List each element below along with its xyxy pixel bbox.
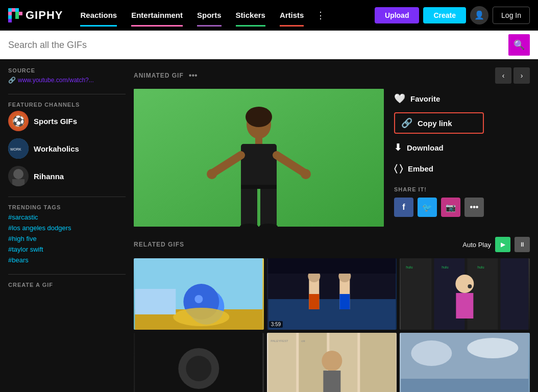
nav-more-dots[interactable]: ⋮	[311, 7, 330, 24]
twitter-share-button[interactable]: 🐦	[418, 198, 437, 217]
svg-point-32	[194, 295, 203, 303]
tag-taylor-swift[interactable]: #taylor swift	[8, 246, 126, 253]
nav-item-reactions[interactable]: Reactions	[73, 8, 124, 22]
svg-rect-0	[8, 8, 12, 12]
download-button[interactable]: ⬇ Download	[394, 140, 484, 155]
copy-link-button[interactable]: 🔗 Copy link	[394, 112, 484, 134]
svg-rect-3	[8, 12, 12, 15]
related-gif-4[interactable]	[134, 333, 264, 392]
tag-high-five[interactable]: #high five	[8, 235, 126, 242]
svg-point-58	[186, 356, 211, 381]
svg-rect-7	[19, 12, 22, 15]
svg-rect-41	[309, 294, 319, 309]
nav-item-entertainment[interactable]: Entertainment	[124, 8, 190, 22]
related-header: RELATED GIFS Auto Play ▶ ⏸	[134, 237, 530, 252]
svg-text:WORK: WORK	[10, 148, 21, 151]
link-icon: 🔗	[401, 117, 412, 129]
divider-3	[8, 274, 126, 275]
nav-item-sports[interactable]: Sports	[190, 8, 229, 22]
svg-text:hulu: hulu	[406, 265, 413, 269]
related-gif-1-image	[134, 258, 264, 330]
related-gif-3[interactable]: PALEYFEST hulu hulu hulu	[400, 258, 530, 330]
svg-rect-36	[268, 299, 396, 330]
featured-channels-section: FEATURED CHANNELS ⚽ Sports GIFs WORK Wor…	[8, 102, 126, 186]
share-section: SHARE IT! f 🐦 📷 •••	[394, 186, 484, 217]
tag-sarcastic[interactable]: #sarcastic	[8, 213, 126, 221]
svg-rect-43	[268, 258, 396, 274]
related-gif-6-image	[400, 333, 530, 392]
svg-point-52	[468, 284, 472, 288]
prev-arrow-button[interactable]: ‹	[495, 67, 511, 84]
svg-point-16	[246, 107, 272, 127]
channel-thumb-workaholics: WORK	[8, 138, 29, 159]
channel-name-sports: Sports GIFs	[34, 117, 77, 126]
svg-rect-45	[401, 258, 432, 330]
nav-item-artists[interactable]: Artists	[273, 8, 311, 22]
facebook-share-button[interactable]: f	[394, 198, 413, 217]
svg-rect-42	[339, 294, 350, 309]
user-icon[interactable]: 👤	[470, 6, 488, 24]
gif-options-dots[interactable]: •••	[189, 71, 198, 80]
animated-gif-label: ANIMATED GIF	[134, 72, 184, 79]
tag-bears[interactable]: #bears	[8, 256, 126, 264]
tag-la-dodgers[interactable]: #los angeles dodgers	[8, 224, 126, 232]
svg-rect-51	[456, 293, 474, 318]
next-arrow-button[interactable]: ›	[513, 67, 530, 84]
svg-rect-12	[12, 179, 25, 186]
autoplay-pause-button[interactable]: ⏸	[515, 237, 530, 252]
search-button[interactable]: 🔍	[508, 34, 530, 56]
svg-point-66	[322, 351, 342, 371]
trending-tags-label: TRENDING TAGS	[8, 204, 126, 210]
channel-item-rihanna[interactable]: Rihanna	[8, 166, 126, 186]
source-label: SOURCE	[8, 67, 126, 74]
sidebar: SOURCE 🔗 www.youtube.com/watch?... FEATU…	[8, 67, 126, 392]
related-gif-2[interactable]: 3:59	[267, 258, 397, 330]
featured-channels-label: FEATURED CHANNELS	[8, 102, 126, 108]
channel-item-sports[interactable]: ⚽ Sports GIFs	[8, 111, 126, 131]
svg-text:hulu: hulu	[442, 265, 449, 269]
gif-timer-2: 3:59	[269, 321, 283, 328]
gif-area: 🤍 Favorite 🔗 Copy link ⬇ Download 〈 〉 Em…	[134, 89, 530, 227]
related-gif-3-image: PALEYFEST hulu hulu hulu	[400, 258, 530, 330]
nav-item-stickers[interactable]: Stickers	[229, 8, 273, 22]
giphy-logo-icon	[8, 8, 22, 22]
channel-thumb-rihanna	[8, 166, 29, 186]
related-gif-1[interactable]	[134, 258, 264, 330]
svg-point-33	[173, 308, 229, 326]
upload-button[interactable]: Upload	[375, 7, 419, 23]
autoplay-play-button[interactable]: ▶	[495, 237, 510, 252]
source-link[interactable]: 🔗 www.youtube.com/watch?...	[8, 77, 126, 84]
svg-rect-24	[260, 186, 277, 227]
svg-rect-25	[241, 185, 277, 189]
svg-rect-18	[241, 144, 277, 187]
more-share-button[interactable]: •••	[464, 198, 484, 217]
content-header: ANIMATED GIF ••• ‹ ›	[134, 67, 530, 84]
svg-rect-48	[501, 258, 529, 330]
create-button[interactable]: Create	[423, 7, 466, 23]
main-gif-svg	[134, 89, 384, 227]
svg-point-11	[13, 169, 23, 179]
favorite-icon: 🤍	[394, 93, 405, 104]
channel-name-rihanna: Rihanna	[34, 172, 64, 181]
logo: GIPHY	[8, 8, 63, 22]
svg-rect-17	[255, 136, 262, 144]
svg-point-70	[411, 340, 452, 366]
favorite-button[interactable]: 🤍 Favorite	[394, 91, 484, 106]
channel-item-workaholics[interactable]: WORK Workaholics	[8, 138, 126, 159]
main-content: SOURCE 🔗 www.youtube.com/watch?... FEATU…	[0, 59, 538, 392]
related-gif-6[interactable]	[400, 333, 530, 392]
svg-rect-63	[360, 333, 396, 392]
svg-rect-69	[401, 379, 529, 392]
related-gif-5[interactable]: PALEYFEST citi	[267, 333, 397, 392]
instagram-share-button[interactable]: 📷	[441, 198, 460, 217]
channel-thumb-sports: ⚽	[8, 111, 29, 131]
svg-rect-34	[135, 289, 176, 314]
svg-rect-4	[8, 15, 12, 19]
actions-panel: 🤍 Favorite 🔗 Copy link ⬇ Download 〈 〉 Em…	[394, 89, 484, 227]
embed-button[interactable]: 〈 〉 Embed	[394, 161, 484, 176]
main-nav: Reactions Entertainment Sports Stickers …	[73, 7, 375, 24]
search-input[interactable]	[8, 40, 508, 51]
trending-tags-section: TRENDING TAGS #sarcastic #los angeles do…	[8, 204, 126, 264]
login-button[interactable]: Log In	[493, 7, 530, 24]
related-gifs-section: RELATED GIFS Auto Play ▶ ⏸	[134, 237, 530, 392]
